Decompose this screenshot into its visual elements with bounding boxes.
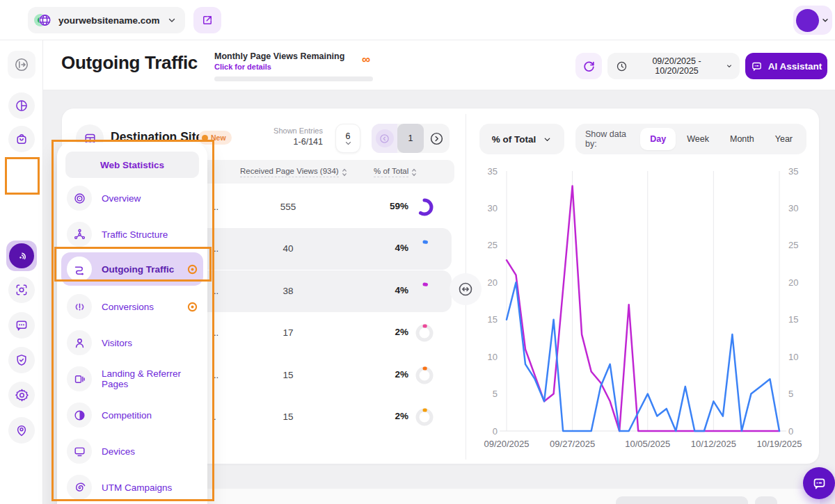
badge-dot bbox=[202, 135, 208, 141]
website-logo-icon bbox=[33, 11, 52, 29]
sidebar-item-comments[interactable] bbox=[8, 312, 35, 339]
site-name: .. bbox=[214, 286, 218, 296]
page-size-select[interactable]: 6 bbox=[335, 124, 360, 153]
page-title: Outgoing Traffic bbox=[61, 52, 198, 74]
pct-value: 4% bbox=[360, 285, 408, 295]
views-value: 40 bbox=[239, 243, 337, 254]
column-header-pct[interactable]: % of Total bbox=[374, 167, 417, 177]
option-month[interactable]: Month bbox=[720, 128, 764, 150]
menu-item-utm-campaigns[interactable]: UTM Campaigns bbox=[61, 471, 203, 504]
menu-item-label: Outgoing Traffic bbox=[102, 264, 177, 275]
svg-text:30: 30 bbox=[488, 203, 498, 213]
pages-icon bbox=[67, 366, 92, 391]
sidebar-item-settings[interactable] bbox=[8, 382, 35, 408]
menu-item-devices[interactable]: Devices bbox=[61, 434, 203, 468]
svg-text:10/05/2025: 10/05/2025 bbox=[625, 439, 670, 449]
metric-select[interactable]: % of Total bbox=[479, 124, 564, 154]
page-size-value: 6 bbox=[346, 131, 351, 141]
chat-bubble-icon bbox=[15, 318, 29, 332]
sidebar-item-location[interactable] bbox=[8, 417, 35, 444]
menu-item-label: Devices bbox=[102, 446, 198, 457]
devices-icon bbox=[67, 439, 92, 464]
annotation-target-icon bbox=[187, 264, 198, 275]
site-name: .. bbox=[214, 202, 218, 212]
sidebar-item-web-statistics[interactable] bbox=[6, 241, 37, 271]
site-name: .. bbox=[214, 243, 218, 254]
sidebar-item-store[interactable] bbox=[8, 126, 35, 152]
menu-item-overview[interactable]: Overview bbox=[61, 181, 203, 215]
ai-assistant-button[interactable]: AI Assistant bbox=[745, 53, 827, 79]
chevron-down-icon bbox=[345, 141, 351, 146]
views-value: 15 bbox=[239, 370, 337, 380]
quota-title: Monthly Page Views Remaining bbox=[214, 51, 344, 61]
outgoing-traffic-icon bbox=[67, 257, 92, 282]
svg-text:35: 35 bbox=[788, 166, 798, 177]
app-root: yourwebsitename.com Outgoing Traffic Mon… bbox=[0, 0, 835, 504]
quota-details-link[interactable]: Click for details bbox=[214, 63, 271, 71]
website-selector[interactable]: yourwebsitename.com bbox=[28, 7, 185, 33]
pct-ring bbox=[415, 198, 434, 216]
infinity-icon: ∞ bbox=[362, 53, 370, 67]
sort-icon bbox=[342, 168, 347, 177]
svg-text:15: 15 bbox=[788, 314, 798, 325]
metric-value: % of Total bbox=[492, 134, 536, 145]
sidebar-item-security[interactable] bbox=[8, 347, 35, 373]
menu-item-landing-referrer-pages[interactable]: Landing & Referrer Pages bbox=[61, 362, 203, 396]
prev-page-button[interactable] bbox=[372, 124, 397, 153]
svg-text:10: 10 bbox=[488, 352, 498, 362]
next-page-button[interactable] bbox=[424, 124, 450, 153]
views-value: 555 bbox=[239, 202, 337, 212]
peek-pill-small bbox=[755, 496, 777, 504]
date-range-value: 09/20/2025 - 10/20/2025 bbox=[633, 56, 720, 76]
svg-text:5: 5 bbox=[788, 389, 793, 399]
current-page[interactable]: 1 bbox=[397, 124, 424, 153]
top-bar: yourwebsitename.com bbox=[0, 0, 835, 40]
chevron-down-icon bbox=[167, 15, 177, 25]
chevron-down-icon bbox=[726, 63, 733, 70]
support-chat-button[interactable] bbox=[803, 467, 835, 499]
chevron-down-icon bbox=[543, 135, 552, 144]
svg-text:10: 10 bbox=[788, 352, 798, 362]
site-name: .. bbox=[214, 327, 218, 338]
show-data-by-group: Show data by: Day Week Month Year bbox=[575, 124, 806, 154]
option-week[interactable]: Week bbox=[677, 128, 719, 150]
menu-item-label: Conversions bbox=[102, 302, 177, 312]
option-day[interactable]: Day bbox=[640, 128, 676, 150]
arrow-left-icon bbox=[376, 129, 394, 147]
show-data-by-label: Show data by: bbox=[585, 129, 635, 149]
expand-sidebar-button[interactable] bbox=[8, 51, 35, 79]
new-badge: New bbox=[198, 131, 232, 145]
column-header-views[interactable]: Received Page Views (934) bbox=[240, 167, 347, 177]
menu-item-traffic-structure[interactable]: Traffic Structure bbox=[61, 218, 203, 251]
option-year[interactable]: Year bbox=[765, 128, 802, 150]
chevron-down-icon bbox=[821, 16, 829, 24]
open-website-button[interactable] bbox=[193, 7, 221, 33]
sort-icon bbox=[411, 168, 417, 177]
external-link-icon bbox=[201, 14, 214, 26]
icon-sidebar bbox=[0, 40, 43, 504]
menu-item-outgoing-traffic[interactable]: Outgoing Traffic bbox=[61, 252, 203, 286]
chat-icon bbox=[812, 476, 827, 491]
date-range-picker[interactable]: 09/20/2025 - 10/20/2025 bbox=[607, 53, 740, 79]
menu-item-label: UTM Campaigns bbox=[102, 482, 198, 493]
menu-item-competition[interactable]: Competition bbox=[61, 398, 203, 432]
svg-text:25: 25 bbox=[488, 240, 498, 250]
utm-campaigns-icon bbox=[67, 475, 92, 500]
ai-assistant-label: AI Assistant bbox=[768, 61, 822, 72]
account-menu[interactable] bbox=[793, 6, 832, 35]
menu-item-visitors[interactable]: Visitors bbox=[61, 326, 203, 359]
peek-pill bbox=[616, 496, 748, 504]
shopping-bag-icon bbox=[15, 132, 29, 146]
pct-ring bbox=[415, 324, 434, 342]
site-name: .. bbox=[214, 370, 218, 380]
sidebar-item-focus[interactable] bbox=[8, 277, 35, 303]
menu-item-conversions[interactable]: Conversions bbox=[61, 290, 203, 323]
pagination: 1 bbox=[372, 124, 450, 153]
svg-text:15: 15 bbox=[488, 314, 498, 325]
pct-ring bbox=[415, 366, 434, 384]
sidebar-item-dashboard[interactable] bbox=[8, 92, 35, 119]
pct-value: 59% bbox=[360, 201, 408, 211]
svg-text:0: 0 bbox=[493, 426, 498, 437]
svg-text:09/27/2025: 09/27/2025 bbox=[550, 439, 595, 449]
refresh-button[interactable] bbox=[575, 53, 602, 79]
